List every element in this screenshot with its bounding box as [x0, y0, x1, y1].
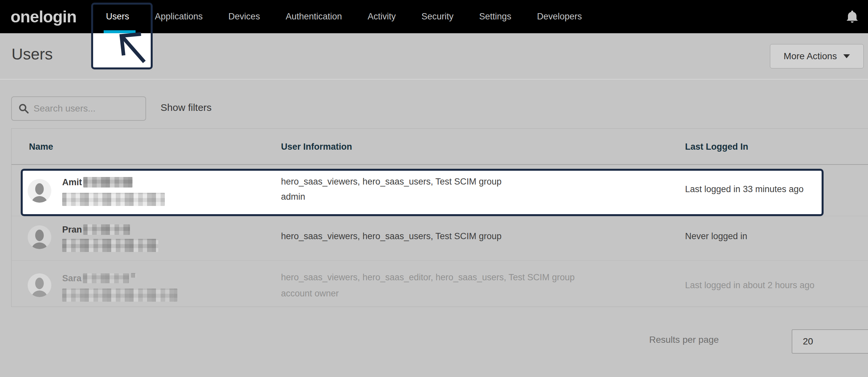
nav-item-developers[interactable]: Developers — [537, 11, 582, 22]
avatar-person-icon — [28, 225, 51, 249]
redacted-email-block — [62, 193, 165, 206]
table-row-user-pran[interactable]: Pran hero_saas_viewers, hero_saas_users,… — [11, 216, 868, 260]
user-name-visible: Amit — [62, 177, 82, 188]
page-title: Users — [11, 45, 53, 63]
user-name[interactable]: Amit — [62, 176, 133, 189]
nav-item-security[interactable]: Security — [422, 11, 454, 22]
results-per-page-label: Results per page — [649, 335, 719, 345]
table-row-user-sara[interactable]: Sara hero_saas_viewers, hero_saas_editor… — [11, 260, 868, 307]
onelogin-logo: onelogin — [10, 7, 72, 26]
nav-item-users[interactable]: Users — [106, 11, 129, 22]
table-row-user-amit[interactable]: Amit hero_saas_viewers, hero_saas_users,… — [11, 165, 868, 216]
nav-item-applications[interactable]: Applications — [155, 11, 203, 22]
users-table: Name User Information Last Logged In Ami… — [11, 128, 868, 307]
redacted-name-block — [83, 224, 130, 235]
last-logged-in: Last logged in 33 minutes ago — [685, 184, 804, 194]
user-role: account owner — [281, 288, 339, 299]
user-role: admin — [281, 192, 305, 202]
show-filters-link[interactable]: Show filters — [161, 102, 212, 113]
caret-down-icon — [843, 54, 850, 58]
active-tab-indicator — [104, 30, 135, 33]
redacted-name-fragment — [131, 273, 136, 278]
header-divider — [0, 79, 868, 80]
user-name-visible: Pran — [62, 225, 82, 235]
column-header-name[interactable]: Name — [29, 142, 53, 152]
search-input[interactable] — [34, 103, 139, 114]
redacted-name-block — [83, 177, 133, 188]
notifications-bell-icon[interactable] — [846, 9, 859, 26]
nav-items: Users Applications Devices Authenticatio… — [106, 11, 582, 22]
more-actions-button[interactable]: More Actions — [770, 44, 864, 68]
last-logged-in: Never logged in — [685, 231, 747, 242]
more-actions-label: More Actions — [784, 51, 837, 62]
table-header-row: Name User Information Last Logged In — [11, 129, 868, 165]
results-per-page-input[interactable] — [792, 329, 868, 354]
redacted-email-block — [62, 239, 158, 252]
user-name-visible: Sara — [62, 273, 82, 284]
redacted-email-block — [62, 288, 177, 302]
column-header-user-information[interactable]: User Information — [281, 142, 352, 152]
user-name[interactable]: Pran — [62, 223, 130, 236]
user-groups: hero_saas_viewers, hero_saas_editor, her… — [281, 272, 575, 283]
redacted-name-block — [83, 273, 129, 283]
nav-item-devices[interactable]: Devices — [228, 11, 260, 22]
avatar-person-icon — [28, 273, 51, 297]
user-search-box[interactable] — [11, 96, 146, 121]
column-header-last-logged-in[interactable]: Last Logged In — [685, 142, 748, 152]
avatar-person-icon — [28, 179, 51, 202]
top-navigation-bar: onelogin Users Applications Devices Auth… — [0, 0, 868, 33]
search-icon — [19, 103, 29, 114]
last-logged-in: Last logged in about 2 hours ago — [685, 280, 814, 290]
nav-item-settings[interactable]: Settings — [479, 11, 511, 22]
user-groups: hero_saas_viewers, hero_saas_users, Test… — [281, 177, 501, 187]
user-groups: hero_saas_viewers, hero_saas_users, Test… — [281, 231, 501, 242]
user-name[interactable]: Sara — [62, 272, 136, 284]
nav-item-authentication[interactable]: Authentication — [286, 11, 342, 22]
nav-item-activity[interactable]: Activity — [368, 11, 396, 22]
